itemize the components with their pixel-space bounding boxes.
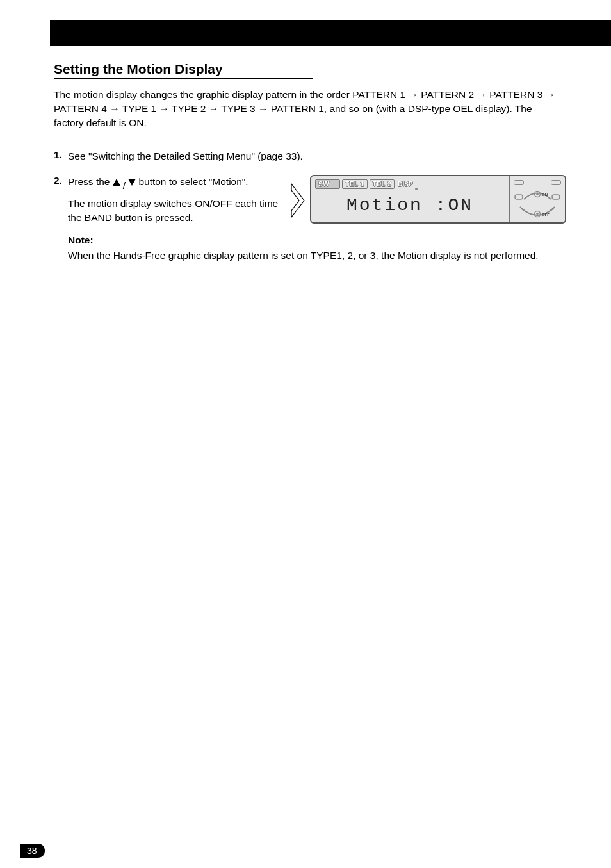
step1-text-b: . [300,151,303,161]
lcd-on-label: ON [542,193,548,197]
svg-rect-0 [515,195,523,199]
step1-page-ref: (page 33) [257,151,300,161]
up-down-buttons: / [113,179,136,193]
lcd-indicator-dot [415,188,418,190]
step-number: 1. [54,149,68,161]
lcd-arc-bottom-icon: OFF [514,206,561,220]
lcd-arc-top-icon: ON [514,191,561,201]
step-1: 1. See "Switching the Detailed Setting M… [54,149,557,163]
step-number: 2. [54,175,68,186]
page-number: 38 [20,844,45,858]
lcd-off-label: OFF [542,213,550,217]
step-2: 2. Press the / button to select "Motion"… [54,175,557,263]
intro-text: The motion display changes the graphic d… [54,88,557,130]
header-black-bar [50,20,611,46]
svg-rect-3 [552,195,560,199]
note-label: Note: [68,234,94,245]
step-text: See "Switching the Detailed Setting Menu… [68,149,303,163]
lcd-tab-sw: SW [315,179,340,189]
step2-note: Note: When the Hands-Free graphic displa… [68,233,566,263]
cursor-pointer-icon [289,183,306,222]
step2-line1-b: / [123,179,126,193]
mini-indicator-icon [514,180,524,185]
step2-line1-c: button to select "Motion". [136,176,248,187]
lcd-display: SW TEL 1 TEL 2 DISP Motion :ON [310,175,566,224]
triangle-down-icon [128,179,136,186]
step2-line1: Press the / button to select "Motion". [68,175,288,192]
section-title: Setting the Motion Display [54,61,313,79]
triangle-up-icon [113,179,120,186]
mini-indicator-icon [551,180,561,185]
note-text: When the Hands-Free graphic display patt… [68,249,566,263]
lcd-main-text: Motion :ON [315,191,505,220]
step1-text-a: See "Switching the Detailed Setting Menu… [68,151,257,161]
lcd-right-panel: ON [510,176,565,222]
lcd-tab-tel2: TEL 2 [370,179,395,189]
lcd-tab-tel1: TEL 1 [342,179,368,189]
step2-line1-a: Press the [68,176,113,187]
step2-line2: The motion display switches ON/OFF each … [68,197,288,225]
lcd-tab-disp: DISP [396,179,414,189]
